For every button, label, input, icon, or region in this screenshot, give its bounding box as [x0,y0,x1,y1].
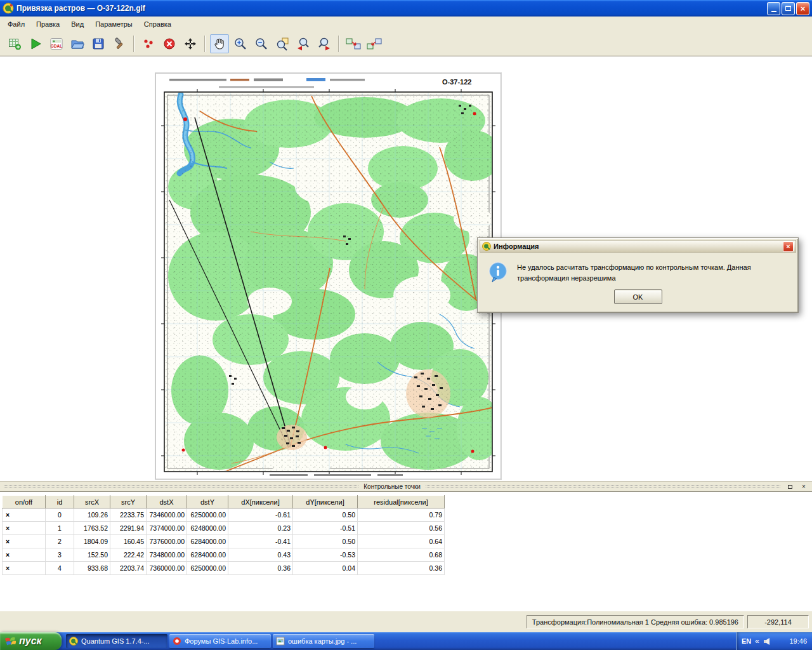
save-gcp-button[interactable] [89,34,108,53]
open-raster-button[interactable] [5,34,24,53]
zoom-last-button[interactable] [294,34,313,53]
minimize-button[interactable] [767,2,780,15]
gcp-checkbox[interactable]: × [3,535,46,548]
gcp-checkbox[interactable]: × [3,508,46,522]
gcp-srcx: 1804.09 [74,535,110,548]
gcp-panel-title: Контрольные точки [363,483,420,490]
col-dy[interactable]: dY[пиксели] [293,496,358,508]
transformation-settings-button[interactable] [110,34,129,53]
dock-grip[interactable] [426,485,780,488]
dialog-body: Не удалось расчитать трансформацию по ко… [479,253,797,286]
menu-settings[interactable]: Параметры [90,18,138,30]
tray-chevron-icon[interactable]: « [755,637,759,645]
gcp-residual: 0.56 [358,522,445,535]
menu-file[interactable]: Файл [3,18,30,30]
dock-float-button[interactable] [785,482,794,491]
gdal-script-button[interactable]: GDAL [47,34,66,53]
zoom-next-button[interactable] [315,34,334,53]
add-point-icon [141,37,155,51]
link-qgis-to-georeferencer-button[interactable] [365,34,384,53]
zoom-out-button[interactable] [252,34,271,53]
float-icon [788,485,792,489]
dock-grip[interactable] [4,485,358,488]
menu-edit[interactable]: Правка [31,18,65,30]
col-onoff[interactable]: on/off [3,496,46,508]
start-georeferencing-button[interactable] [26,34,45,53]
gcp-row: × 2 1804.09 160.45 7376000.00 6284000.00… [3,535,445,548]
link-georeferencer-to-qgis-button[interactable] [344,34,363,53]
task-gis-lab-forum[interactable]: Форумы GIS-Lab.info... [169,634,271,648]
statusbar: Трансформация:Полиномиальная 1 Средняя о… [0,611,812,632]
zoom-to-layer-button[interactable] [273,34,292,53]
save-icon [91,37,105,51]
col-dsty[interactable]: dstY [187,496,228,508]
map-sheet-label: O-37-122 [442,78,471,86]
task-image-viewer[interactable]: ошибка карты.jpg - ... [273,634,374,648]
gcp-row: × 0 109.26 2233.75 7346000.00 6250000.00… [3,508,445,522]
coordinate-display: -292,114 [747,615,809,628]
col-srcx[interactable]: srcX [74,496,110,508]
menubar: Файл Правка Вид Параметры Справка [0,17,812,32]
link-georeferencer-icon [345,37,362,51]
zoom-next-icon [317,37,331,51]
delete-point-button[interactable] [160,34,179,53]
load-gcp-button[interactable] [68,34,87,53]
gcp-dstx: 7346000.00 [147,508,187,522]
qgis-task-icon [69,637,78,646]
col-id[interactable]: id [46,496,74,508]
dialog-titlebar: Информация × [480,240,796,253]
toolbar: GDAL [0,32,812,56]
browser-task-icon [173,637,181,646]
task-label: ошибка карты.jpg - ... [288,637,357,645]
transform-status: Трансформация:Полиномиальная 1 Средняя о… [527,615,744,628]
dialog-buttons: OK [479,286,797,311]
add-point-button[interactable] [139,34,158,53]
start-button[interactable]: пуск [0,632,62,650]
dock-close-button[interactable]: × [799,482,808,491]
gcp-srcy: 222.42 [110,548,147,562]
info-icon [488,262,509,282]
volume-tray-icon[interactable] [763,637,771,646]
map-content [165,93,501,475]
toolbar-separator [338,36,339,52]
zoom-in-button[interactable] [231,34,250,53]
gcp-header-row: on/off id srcX srcY dstX dstY dX[пиксели… [3,496,445,508]
dialog-message: Не удалось расчитать трансформацию по ко… [517,262,778,283]
col-dx[interactable]: dX[пиксели] [228,496,293,508]
gcp-checkbox[interactable]: × [3,548,46,562]
raster-map[interactable]: O-37-122 [155,73,501,479]
dock-close-icon: × [802,484,806,490]
wrench-icon [112,37,126,51]
gcp-dy: -0.53 [293,548,358,562]
move-point-button[interactable] [181,34,200,53]
gcp-srcy: 2233.75 [110,508,147,522]
zoom-in-icon [233,37,247,51]
titlebar: Привязка растров — O-37-122n.gif × [0,0,812,17]
gcp-row: × 3 152.50 222.42 7348000.00 6284000.00 … [3,548,445,562]
gcp-id: 3 [46,548,74,562]
gdal-script-icon: GDAL [49,37,63,51]
col-srcy[interactable]: srcY [110,496,147,508]
gcp-dx: -0.61 [228,508,293,522]
close-button[interactable]: × [796,2,809,15]
menu-help[interactable]: Справка [139,18,176,30]
col-dstx[interactable]: dstX [147,496,187,508]
col-residual[interactable]: residual[пиксели] [358,496,445,508]
gcp-row: × 1 1763.52 2291.94 7374000.00 6248000.0… [3,522,445,535]
taskbar-items: Quantum GIS 1.7.4-... Форумы GIS-Lab.inf… [62,632,736,650]
image-task-icon [276,637,285,646]
gcp-dx: -0.41 [228,535,293,548]
menu-view[interactable]: Вид [66,18,89,30]
task-quantum-gis[interactable]: Quantum GIS 1.7.4-... [66,634,167,648]
dialog-close-button[interactable]: × [783,241,794,252]
ok-button[interactable]: OK [614,289,662,304]
language-indicator[interactable]: EN [742,637,751,645]
gcp-srcy: 2203.74 [110,562,147,575]
georeferencer-window: Привязка растров — O-37-122n.gif × Файл … [0,0,812,650]
maximize-button[interactable] [782,2,795,15]
gcp-srcx: 109.26 [74,508,110,522]
gcp-checkbox[interactable]: × [3,562,46,575]
gcp-checkbox[interactable]: × [3,522,46,535]
pan-button[interactable] [210,34,229,53]
taskbar: пуск Quantum GIS 1.7.4-... Форумы GIS-La… [0,632,812,650]
